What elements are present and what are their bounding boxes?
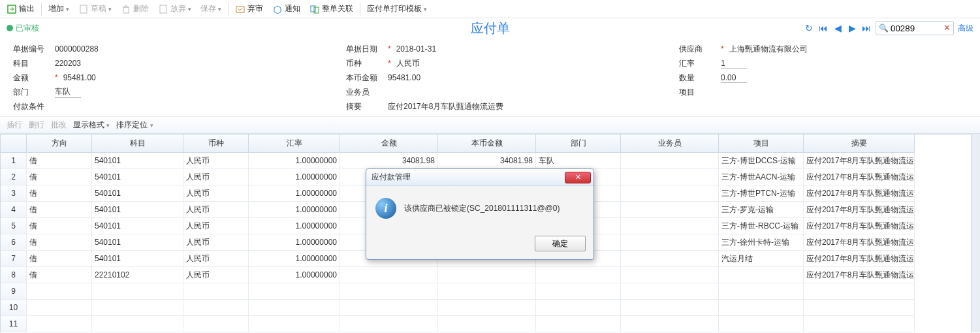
grid-cell[interactable] [621, 267, 719, 283]
grid-cell[interactable] [27, 283, 92, 300]
grid-cell[interactable]: 人民币 [183, 234, 249, 251]
grid-cell[interactable] [92, 316, 183, 332]
row-number[interactable]: 3 [1, 185, 27, 202]
col-header[interactable]: 科目 [92, 135, 183, 153]
grid-cell[interactable]: 34081.98 [340, 153, 438, 169]
grid-cell[interactable] [27, 316, 92, 332]
grid-cell[interactable]: 540101 [92, 169, 183, 185]
grid-cell[interactable]: 应付2017年8月车队甄通物流运费 [804, 267, 915, 283]
grid-cell[interactable]: 540101 [92, 153, 183, 169]
grid-cell[interactable] [438, 300, 536, 316]
grid-cell[interactable] [804, 283, 915, 300]
grid-cell[interactable]: 人民币 [183, 202, 249, 218]
clear-icon[interactable]: ✕ [943, 23, 951, 33]
grid-cell[interactable] [249, 316, 340, 332]
grid-cell[interactable] [804, 300, 915, 316]
col-header[interactable]: 业务员 [621, 135, 719, 153]
grid-cell[interactable] [92, 300, 183, 316]
row-number[interactable]: 9 [1, 283, 27, 300]
grid-cell[interactable] [621, 316, 719, 332]
grid-cell[interactable] [27, 300, 92, 316]
grid-cell[interactable]: 应付2017年8月车队甄通物流运费 [804, 153, 915, 169]
scrollbar-stub[interactable] [971, 134, 980, 332]
grid-cell[interactable] [438, 283, 536, 300]
col-header[interactable] [1, 135, 27, 153]
batch-edit-button[interactable]: 批改 [51, 119, 67, 131]
grid-cell[interactable]: 借 [27, 234, 92, 251]
row-number[interactable]: 5 [1, 218, 27, 234]
grid-cell[interactable]: 三方-博世AACN-运输 [719, 169, 804, 185]
delete-button[interactable]: 删除 [117, 1, 153, 17]
grid-cell[interactable]: 借 [27, 202, 92, 218]
grid-cell[interactable] [719, 316, 804, 332]
close-icon[interactable]: ✕ [565, 172, 591, 183]
grid-cell[interactable]: 人民币 [183, 267, 249, 283]
output-button[interactable]: 输出 [3, 1, 39, 17]
row-number[interactable]: 1 [1, 153, 27, 169]
grid-cell[interactable]: 22210102 [92, 267, 183, 283]
grid-cell[interactable]: 借 [27, 218, 92, 234]
grid-cell[interactable] [621, 251, 719, 267]
col-header[interactable]: 方向 [27, 135, 92, 153]
last-icon[interactable]: ⏭ [861, 23, 872, 33]
row-number[interactable]: 7 [1, 251, 27, 267]
grid-cell[interactable]: 借 [27, 251, 92, 267]
col-header[interactable]: 部门 [536, 135, 621, 153]
col-header[interactable]: 汇率 [249, 135, 340, 153]
grid-cell[interactable]: 借 [27, 153, 92, 169]
discard-button[interactable]: 放弃▾ [154, 1, 195, 17]
row-number[interactable]: 2 [1, 169, 27, 185]
link-all-button[interactable]: 整单关联 [306, 1, 357, 17]
sort-locate-button[interactable]: 排序定位 ▾ [116, 119, 153, 131]
grid-cell[interactable]: 三方-徐州卡特-运输 [719, 234, 804, 251]
col-header[interactable]: 摘要 [804, 135, 915, 153]
grid-cell[interactable]: 三方-博世-RBCC-运输 [719, 218, 804, 234]
grid-cell[interactable] [621, 218, 719, 234]
delete-row-button[interactable]: 删行 [29, 119, 44, 131]
col-header[interactable]: 项目 [719, 135, 804, 153]
grid-cell[interactable] [183, 283, 249, 300]
ok-button[interactable]: 确定 [535, 236, 586, 251]
grid-cell[interactable]: 人民币 [183, 169, 249, 185]
grid-cell[interactable]: 1.00000000 [249, 218, 340, 234]
grid-cell[interactable] [340, 267, 438, 283]
grid-cell[interactable] [536, 300, 621, 316]
grid-cell[interactable]: 1.00000000 [249, 202, 340, 218]
grid-cell[interactable] [621, 185, 719, 202]
grid-cell[interactable] [92, 283, 183, 300]
grid-cell[interactable] [719, 283, 804, 300]
grid-cell[interactable] [804, 316, 915, 332]
grid-cell[interactable]: 应付2017年8月车队甄通物流运费 [804, 185, 915, 202]
grid-cell[interactable]: 1.00000000 [249, 267, 340, 283]
add-button[interactable]: 增加▾ [44, 1, 73, 17]
grid-cell[interactable]: 1.00000000 [249, 234, 340, 251]
grid-cell[interactable] [621, 234, 719, 251]
grid-cell[interactable] [719, 300, 804, 316]
grid-cell[interactable] [621, 283, 719, 300]
grid-cell[interactable]: 人民币 [183, 185, 249, 202]
grid-cell[interactable] [536, 316, 621, 332]
grid-cell[interactable] [621, 202, 719, 218]
grid-cell[interactable]: 1.00000000 [249, 153, 340, 169]
grid-cell[interactable]: 借 [27, 267, 92, 283]
grid-cell[interactable]: 应付2017年8月车队甄通物流运费 [804, 169, 915, 185]
row-number[interactable]: 10 [1, 300, 27, 316]
grid-cell[interactable]: 540101 [92, 185, 183, 202]
grid-cell[interactable] [536, 283, 621, 300]
grid-cell[interactable]: 应付2017年8月车队甄通物流运费 [804, 202, 915, 218]
grid-cell[interactable] [340, 283, 438, 300]
grid-cell[interactable]: 1.00000000 [249, 251, 340, 267]
grid-cell[interactable] [438, 267, 536, 283]
prev-icon[interactable]: ◀ [832, 23, 843, 33]
insert-row-button[interactable]: 插行 [7, 119, 22, 131]
grid-cell[interactable]: 三方-博世DCCS-运输 [719, 153, 804, 169]
row-number[interactable]: 4 [1, 202, 27, 218]
grid-cell[interactable]: 人民币 [183, 153, 249, 169]
grid-cell[interactable]: 三方-罗克-运输 [719, 202, 804, 218]
grid-cell[interactable]: 应付2017年8月车队甄通物流运费 [804, 218, 915, 234]
abandon-audit-button[interactable]: 弃审 [231, 1, 267, 17]
grid-cell[interactable]: 人民币 [183, 218, 249, 234]
grid-cell[interactable]: 应付2017年8月车队甄通物流运费 [804, 251, 915, 267]
notify-button[interactable]: 通知 [268, 1, 304, 17]
grid-cell[interactable] [249, 283, 340, 300]
